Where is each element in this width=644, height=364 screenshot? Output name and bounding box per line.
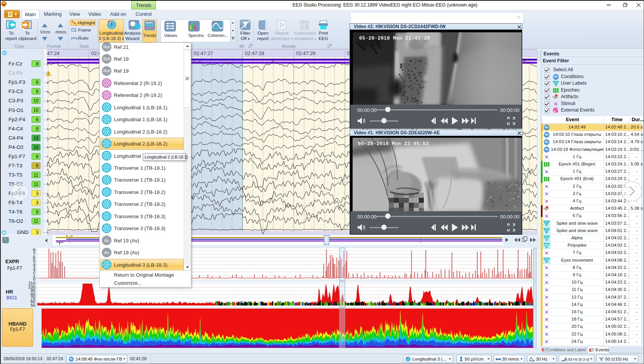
svg-text:Ref: Ref	[103, 45, 110, 49]
svg-text:Av: Av	[104, 238, 109, 243]
svg-text:Av: Av	[104, 250, 109, 255]
svg-text:Ref: Ref	[103, 68, 110, 73]
svg-text:Ref: Ref	[103, 57, 110, 61]
